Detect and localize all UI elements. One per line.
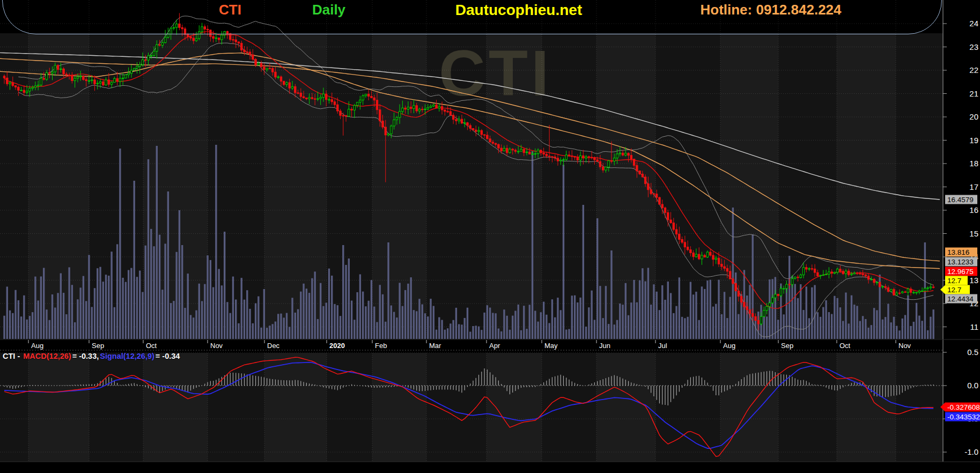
axis-badge: 13.1233	[947, 258, 974, 266]
date-label-Aug: Aug	[723, 342, 735, 350]
svg-text:18: 18	[969, 159, 978, 168]
date-axis-layer: AugSepOctNovDec2020FebMarAprMayJunJulAug…	[28, 340, 911, 350]
date-label-Nov: Nov	[898, 342, 911, 350]
date-label-Sep: Sep	[92, 342, 104, 350]
timeframe-label[interactable]: Daily	[312, 2, 345, 18]
date-label-Sep: Sep	[781, 342, 793, 350]
svg-text:23: 23	[969, 42, 978, 51]
svg-text:21: 21	[969, 89, 978, 98]
date-label-2020: 2020	[329, 342, 345, 350]
svg-text:0.0: 0.0	[967, 381, 978, 390]
date-label-Oct: Oct	[146, 342, 157, 350]
chart-canvas[interactable]: CTI24232221201918171615141312110.50.0-0.…	[0, 0, 980, 473]
trading-chart-window: CTI24232221201918171615141312110.50.0-0.…	[0, 0, 980, 473]
svg-text:17: 17	[969, 182, 978, 191]
axis-badge: -0.327608	[947, 403, 980, 411]
svg-text:20: 20	[969, 112, 978, 121]
date-label-Apr: Apr	[489, 342, 500, 350]
axis-badge: 12.7	[947, 277, 961, 285]
svg-text:0.5: 0.5	[967, 348, 978, 357]
svg-text:22: 22	[969, 65, 978, 75]
svg-text:13: 13	[969, 276, 978, 285]
svg-text:-1.0: -1.0	[964, 447, 978, 456]
axis-badge: 16.4579	[947, 196, 974, 204]
svg-text:16: 16	[969, 205, 978, 215]
svg-text:15: 15	[969, 229, 978, 238]
date-label-Jul: Jul	[658, 342, 667, 350]
watermark-text: CTI	[439, 37, 552, 109]
svg-text:19: 19	[969, 136, 978, 145]
hotline-label: Hotline: 0912.842.224	[700, 2, 841, 18]
svg-text:11: 11	[970, 322, 978, 331]
date-label-May: May	[544, 342, 558, 350]
date-label-Feb: Feb	[375, 342, 387, 350]
axis-badge: 12.7	[947, 286, 961, 294]
axis-badge: 12.9675	[947, 268, 974, 276]
svg-text:24: 24	[969, 19, 978, 28]
date-label-Nov: Nov	[210, 342, 223, 350]
date-label-Mar: Mar	[429, 342, 441, 350]
date-label-Oct: Oct	[839, 342, 851, 350]
axis-badge: 12.4434	[947, 295, 974, 303]
symbol-label: CTI	[219, 2, 241, 18]
website-label: Dautucophieu.net	[455, 2, 582, 19]
axis-badge: 13.816	[947, 248, 969, 256]
date-label-Jun: Jun	[599, 342, 610, 350]
date-label-Aug: Aug	[31, 342, 43, 350]
axis-badge: -0.343532	[947, 413, 980, 421]
date-label-Dec: Dec	[267, 342, 280, 350]
